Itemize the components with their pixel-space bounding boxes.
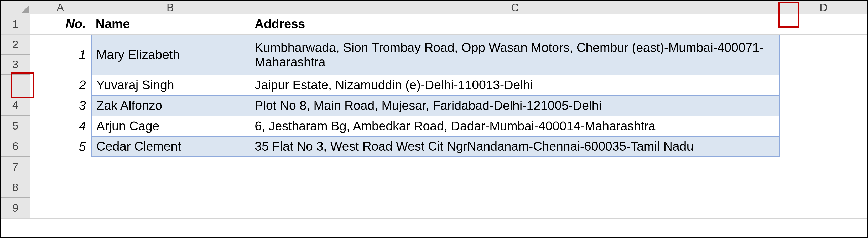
row-header-9[interactable]: 9 xyxy=(1,198,30,218)
row-header-8[interactable]: 8 xyxy=(1,178,30,198)
row-number: 2 xyxy=(1,35,30,55)
row-header-3b[interactable] xyxy=(1,75,30,95)
cell-B6[interactable]: Cedar Clement xyxy=(91,136,250,157)
cell-A2[interactable]: 1 xyxy=(30,35,91,75)
cell-A1[interactable]: No. xyxy=(30,14,91,34)
row-header-1[interactable]: 1 xyxy=(1,14,30,34)
row-9: 9 xyxy=(1,198,867,218)
cell-D2[interactable] xyxy=(780,35,867,75)
row-header-2-3[interactable]: 2 3 xyxy=(1,35,30,75)
cell-B9[interactable] xyxy=(91,198,250,218)
cell-C9[interactable] xyxy=(250,198,780,218)
row-3-data: 2 Yuvaraj Singh Jaipur Estate, Nizamuddi… xyxy=(1,75,867,95)
row-number: 3 xyxy=(1,55,30,75)
cell-B4[interactable]: Zak Alfonzo xyxy=(91,95,250,115)
column-header-row: A B C D xyxy=(1,1,867,14)
cell-A9[interactable] xyxy=(30,198,91,218)
cell-A7[interactable] xyxy=(30,157,91,177)
cell-B2[interactable]: Mary Elizabeth xyxy=(91,35,250,75)
cell-A6[interactable]: 5 xyxy=(30,136,91,157)
cell-C6[interactable]: 35 Flat No 3, West Road West Cit NgrNand… xyxy=(250,136,780,157)
cell-A4[interactable]: 3 xyxy=(30,95,91,115)
cell-A3[interactable]: 2 xyxy=(30,75,91,95)
cell-D5[interactable] xyxy=(780,116,867,136)
row-8: 8 xyxy=(1,178,867,198)
cell-D7[interactable] xyxy=(780,157,867,177)
cell-B1[interactable]: Name xyxy=(91,14,250,34)
cell-D3[interactable] xyxy=(780,75,867,95)
row-number: 4 xyxy=(12,99,19,112)
cell-D8[interactable] xyxy=(780,178,867,198)
row-2-3: 2 3 1 Mary Elizabeth Kumbharwada, Sion T… xyxy=(1,35,867,75)
row-number: 6 xyxy=(12,140,19,153)
row-4: 4 3 Zak Alfonzo Plot No 8, Main Road, Mu… xyxy=(1,95,867,116)
row-header-7[interactable]: 7 xyxy=(1,157,30,177)
row-1: 1 No. Name Address xyxy=(1,14,867,35)
cell-C5[interactable]: 6, Jestharam Bg, Ambedkar Road, Dadar-Mu… xyxy=(250,116,780,136)
cell-C1[interactable]: Address xyxy=(250,14,780,34)
row-6: 6 5 Cedar Clement 35 Flat No 3, West Roa… xyxy=(1,136,867,157)
row-number: 8 xyxy=(12,181,19,194)
row-5: 5 4 Arjun Cage 6, Jestharam Bg, Ambedkar… xyxy=(1,116,867,136)
column-header-B[interactable]: B xyxy=(91,1,250,14)
column-header-A[interactable]: A xyxy=(30,1,91,14)
row-header-5[interactable]: 5 xyxy=(1,116,30,136)
cell-D4[interactable] xyxy=(780,95,867,115)
cell-C3[interactable]: Jaipur Estate, Nizamuddin (e)-Delhi-1100… xyxy=(250,75,780,95)
cell-B5[interactable]: Arjun Cage xyxy=(91,116,250,136)
column-header-D[interactable]: D xyxy=(780,1,867,14)
cell-A8[interactable] xyxy=(30,178,91,198)
cell-C7[interactable] xyxy=(250,157,780,177)
row-number: 5 xyxy=(12,120,19,132)
spreadsheet[interactable]: A B C D 1 No. Name Address 2 3 1 Mary El… xyxy=(0,0,868,238)
cell-B3[interactable]: Yuvaraj Singh xyxy=(91,75,250,95)
row-header-4[interactable]: 4 xyxy=(1,95,30,115)
cell-C8[interactable] xyxy=(250,178,780,198)
select-all-triangle[interactable] xyxy=(1,1,30,14)
cell-B7[interactable] xyxy=(91,157,250,177)
column-header-C[interactable]: C xyxy=(250,1,780,14)
cell-B8[interactable] xyxy=(91,178,250,198)
cell-A5[interactable]: 4 xyxy=(30,116,91,136)
row-number: 9 xyxy=(12,202,19,214)
row-header-6[interactable]: 6 xyxy=(1,136,30,157)
cell-C4[interactable]: Plot No 8, Main Road, Mujesar, Faridabad… xyxy=(250,95,780,115)
cell-C2[interactable]: Kumbharwada, Sion Trombay Road, Opp Wasa… xyxy=(250,35,780,75)
row-number: 7 xyxy=(12,161,19,173)
cell-D1[interactable] xyxy=(780,14,867,34)
cell-D6[interactable] xyxy=(780,136,867,157)
row-number: 1 xyxy=(12,18,19,30)
row-7: 7 xyxy=(1,157,867,178)
cell-D9[interactable] xyxy=(780,198,867,218)
